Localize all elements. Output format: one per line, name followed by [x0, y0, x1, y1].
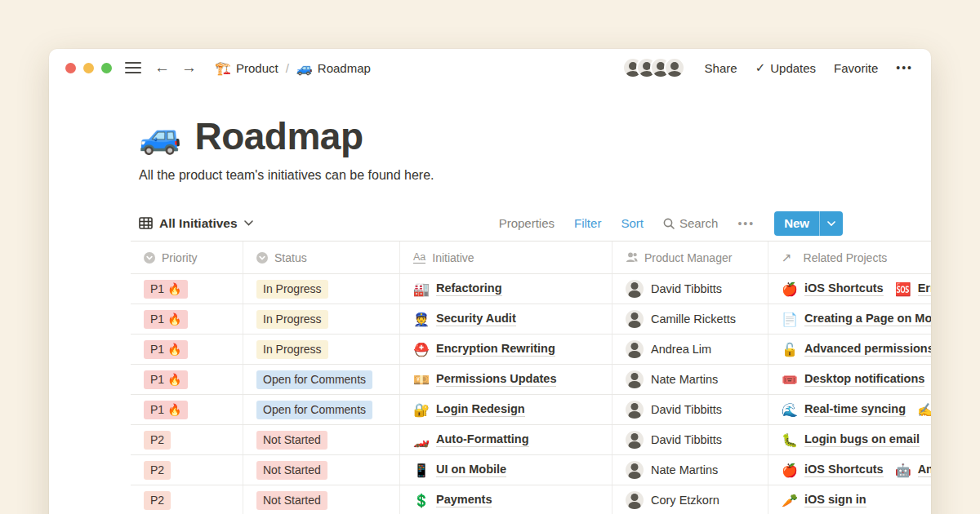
table-row[interactable]: P2 Not Started 🏎️ Auto-Formatting David …	[131, 425, 931, 455]
related-page-link[interactable]: 🌊Real-time syncing	[782, 402, 906, 418]
table-row[interactable]: P2 Not Started 💲 Payments Cory Etzkorn 🥕…	[131, 485, 931, 514]
avatar	[626, 340, 644, 358]
apple-icon: 🍎	[782, 281, 798, 297]
related-page-link[interactable]: 🍎iOS Shortcuts	[782, 463, 884, 478]
column-header-product-manager[interactable]: Product Manager	[612, 241, 768, 273]
initiative-link[interactable]: Encryption Rewriting	[436, 342, 555, 357]
initiative-link[interactable]: Refactoring	[436, 281, 502, 296]
initiative-link[interactable]: Payments	[436, 493, 492, 507]
updates-button[interactable]: ✓ Updates	[755, 60, 816, 75]
related-page-link[interactable]: 🐛Login bugs on email	[782, 432, 920, 448]
related-page-link[interactable]: ✍️	[917, 402, 931, 418]
related-page-link[interactable]: 🥕iOS sign in	[782, 493, 866, 508]
related-page-link[interactable]: 🆘Erro	[895, 281, 931, 297]
page-description: All the product team's initiatives can b…	[139, 166, 931, 184]
table-row[interactable]: P1 🔥 Open for Comments 💴 Permissions Upd…	[131, 365, 931, 395]
initiative-link[interactable]: UI on Mobile	[436, 463, 506, 477]
unlock-icon: 🔓	[782, 342, 798, 357]
breadcrumb-label: Roadmap	[318, 61, 371, 75]
factory-icon: 🏭	[413, 281, 430, 297]
initiative-link[interactable]: Auto-Formatting	[436, 432, 529, 447]
breadcrumb-item-roadmap[interactable]: 🚙 Roadmap	[296, 60, 371, 76]
new-button-chevron-icon[interactable]	[820, 211, 843, 236]
breadcrumb-item-product[interactable]: 🏗️ Product	[215, 60, 278, 76]
search-button[interactable]: Search	[663, 216, 719, 230]
manager-name[interactable]: Camille Ricketts	[651, 312, 736, 326]
view-switcher[interactable]: All Initiatives	[139, 216, 253, 231]
forward-arrow-icon[interactable]: →	[181, 59, 197, 77]
related-page-label: Real-time syncing	[804, 402, 906, 417]
racing-car-icon: 🏎️	[413, 432, 430, 448]
manager-name[interactable]: David Tibbitts	[651, 282, 722, 295]
priority-tag[interactable]: P1 🔥	[144, 370, 188, 389]
priority-tag[interactable]: P1 🔥	[144, 340, 188, 359]
favorite-button[interactable]: Favorite	[834, 61, 878, 75]
check-icon: ✓	[755, 60, 766, 75]
status-tag[interactable]: Open for Comments	[256, 401, 372, 419]
sort-button[interactable]: Sort	[621, 216, 644, 230]
table-row[interactable]: P2 Not Started 📱 UI on Mobile Nate Marti…	[131, 455, 931, 485]
initiative-link[interactable]: Login Redesign	[436, 402, 525, 417]
manager-name[interactable]: Nate Martins	[651, 463, 718, 476]
manager-name[interactable]: David Tibbitts	[651, 433, 722, 446]
related-page-link[interactable]: 📄Creating a Page on Mob	[782, 312, 931, 327]
related-page-label: Creating a Page on Mob	[804, 312, 931, 326]
priority-tag[interactable]: P1 🔥	[144, 401, 188, 419]
avatar	[626, 370, 644, 388]
page-icon-car[interactable]: 🚙	[139, 114, 181, 158]
manager-name[interactable]: David Tibbitts	[651, 403, 722, 416]
window-toolbar: ← → 🏗️ Product / 🚙 Roadmap Share ✓	[49, 49, 931, 86]
table-row[interactable]: P1 🔥 Open for Comments 🔐 Login Redesign …	[131, 395, 931, 425]
column-header-status[interactable]: Status	[243, 241, 400, 273]
minimize-window-button[interactable]	[83, 63, 94, 73]
table-row[interactable]: P1 🔥 In Progress 🏭 Refactoring David Tib…	[131, 274, 931, 304]
carrot-icon: 🥕	[782, 493, 798, 508]
select-property-icon	[256, 252, 268, 264]
status-tag[interactable]: In Progress	[256, 310, 328, 329]
collaborator-avatars[interactable]	[622, 57, 685, 78]
sidebar-menu-icon[interactable]	[125, 61, 141, 74]
priority-tag[interactable]: P2	[144, 491, 171, 510]
priority-tag[interactable]: P1 🔥	[144, 280, 188, 299]
related-page-link[interactable]: 🎟️Desktop notifications	[782, 372, 924, 388]
zoom-window-button[interactable]	[101, 63, 112, 73]
column-header-priority[interactable]: Priority	[131, 241, 243, 273]
table-row[interactable]: P1 🔥 In Progress ⛑️ Encryption Rewriting…	[131, 335, 931, 365]
page-header: 🚙 Roadmap All the product team's initiat…	[49, 86, 931, 184]
avatar	[626, 401, 644, 419]
avatar[interactable]	[664, 57, 685, 78]
filter-button[interactable]: Filter	[574, 216, 601, 230]
manager-name[interactable]: Nate Martins	[651, 373, 718, 386]
new-button[interactable]: New	[774, 211, 843, 236]
status-tag[interactable]: In Progress	[256, 340, 328, 359]
status-tag[interactable]: In Progress	[256, 280, 328, 299]
status-tag[interactable]: Not Started	[256, 461, 327, 480]
related-page-link[interactable]: 🤖And	[895, 463, 931, 478]
text-property-icon: Aa	[413, 252, 425, 264]
column-header-related-projects[interactable]: ↗ Related Projects	[768, 241, 931, 273]
share-button[interactable]: Share	[705, 61, 737, 75]
view-name: All Initiatives	[159, 216, 238, 231]
priority-tag[interactable]: P2	[144, 461, 171, 480]
status-tag[interactable]: Not Started	[256, 431, 327, 450]
properties-button[interactable]: Properties	[499, 216, 555, 230]
banknote-icon: 💴	[413, 372, 430, 388]
initiative-link[interactable]: Permissions Updates	[436, 372, 556, 387]
construction-crane-icon: 🏗️	[215, 60, 231, 76]
back-arrow-icon[interactable]: ←	[154, 59, 170, 77]
manager-name[interactable]: Andrea Lim	[651, 343, 711, 356]
priority-tag[interactable]: P1 🔥	[144, 310, 188, 329]
priority-tag[interactable]: P2	[144, 431, 171, 450]
column-header-initiative[interactable]: Aa Initiative	[400, 241, 612, 273]
table-row[interactable]: P1 🔥 In Progress 👮 Security Audit Camill…	[131, 304, 931, 335]
person-property-icon	[626, 252, 638, 263]
status-tag[interactable]: Not Started	[256, 491, 327, 510]
related-page-link[interactable]: 🍎iOS Shortcuts	[782, 281, 884, 297]
close-window-button[interactable]	[65, 63, 76, 73]
related-page-link[interactable]: 🔓Advanced permissions	[782, 342, 931, 357]
more-options-icon[interactable]: •••	[896, 61, 913, 74]
status-tag[interactable]: Open for Comments	[256, 370, 372, 389]
manager-name[interactable]: Cory Etzkorn	[651, 494, 719, 507]
view-more-icon[interactable]: •••	[737, 217, 755, 230]
initiative-link[interactable]: Security Audit	[436, 312, 516, 326]
